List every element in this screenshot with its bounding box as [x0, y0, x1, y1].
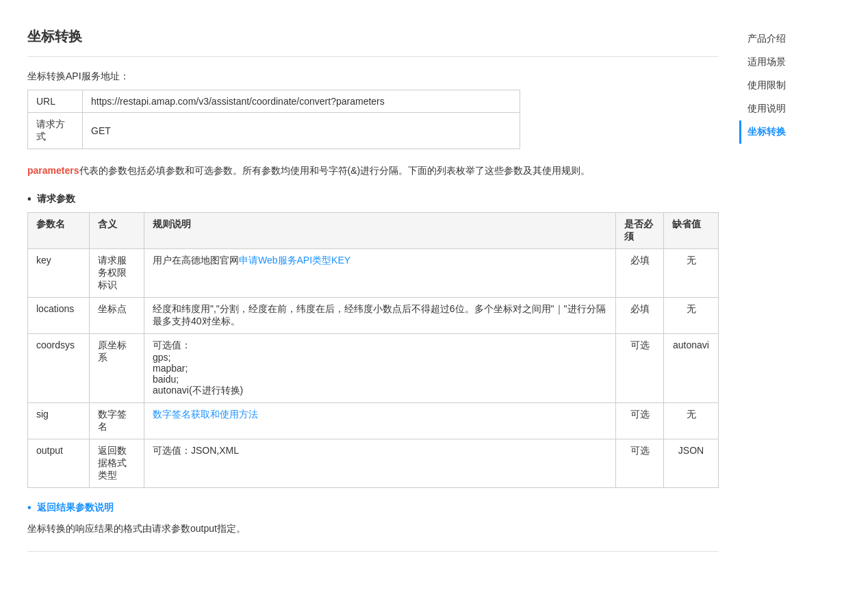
- return-section-text: 坐标转换的响应结果的格式由请求参数output指定。: [27, 521, 719, 537]
- param-default: autonavi: [664, 333, 719, 402]
- param-required: 必填: [616, 297, 664, 333]
- table-row: output返回数据格式类型可选值：JSON,XML可选JSON: [28, 439, 719, 487]
- col-header-meaning: 含义: [90, 212, 144, 248]
- col-header-name: 参数名: [28, 212, 90, 248]
- page-title: 坐标转换: [27, 27, 719, 46]
- param-default: 无: [664, 248, 719, 297]
- table-header-row: 参数名 含义 规则说明 是否必须 缺省值: [28, 212, 719, 248]
- request-params-title: 请求参数: [27, 193, 719, 205]
- param-rule: 用户在高德地图官网申请Web服务API类型KEY: [144, 248, 616, 297]
- param-name: locations: [28, 297, 90, 333]
- api-service-table: URL https://restapi.amap.com/v3/assistan…: [27, 90, 520, 149]
- url-value: https://restapi.amap.com/v3/assistant/co…: [83, 90, 520, 113]
- param-meaning: 请求服务权限标识: [90, 248, 144, 297]
- table-row: key请求服务权限标识用户在高德地图官网申请Web服务API类型KEY必填无: [28, 248, 719, 297]
- param-rule-link[interactable]: 数字签名获取和使用方法: [153, 409, 258, 420]
- sidebar-item-intro[interactable]: 产品介绍: [739, 27, 828, 51]
- method-value: GET: [83, 113, 520, 149]
- method-label: 请求方式: [28, 113, 83, 149]
- param-meaning: 返回数据格式类型: [90, 439, 144, 487]
- table-row: URL https://restapi.amap.com/v3/assistan…: [28, 90, 520, 113]
- param-default: JSON: [664, 439, 719, 487]
- table-row: 请求方式 GET: [28, 113, 520, 149]
- sidebar-item-coord[interactable]: 坐标转换: [739, 120, 828, 144]
- col-header-default: 缺省值: [664, 212, 719, 248]
- param-meaning: 坐标点: [90, 297, 144, 333]
- table-row: coordsys原坐标系可选值： gps; mapbar; baidu; aut…: [28, 333, 719, 402]
- param-rule: 经度和纬度用","分割，经度在前，纬度在后，经纬度小数点后不得超过6位。多个坐标…: [144, 297, 616, 333]
- param-name: key: [28, 248, 90, 297]
- param-meaning: 原坐标系: [90, 333, 144, 402]
- param-rule: 可选值：JSON,XML: [144, 439, 616, 487]
- param-default: 无: [664, 297, 719, 333]
- params-keyword: parameters: [27, 165, 79, 176]
- request-params-section: 请求参数 参数名 含义 规则说明 是否必须 缺省值 key请求服务权限标识用户在…: [27, 193, 719, 488]
- title-divider: [27, 56, 719, 57]
- param-name: output: [28, 439, 90, 487]
- param-required: 可选: [616, 402, 664, 439]
- sidebar-item-usage[interactable]: 使用说明: [739, 97, 828, 120]
- api-service-label: 坐标转换API服务地址：: [27, 70, 719, 83]
- sidebar: 产品介绍 适用场景 使用限制 使用说明 坐标转换: [739, 14, 828, 565]
- param-rule: 可选值： gps; mapbar; baidu; autonavi(不进行转换): [144, 333, 616, 402]
- param-default: 无: [664, 402, 719, 439]
- table-row: sig数字签名数字签名获取和使用方法可选无: [28, 402, 719, 439]
- param-rule: 数字签名获取和使用方法: [144, 402, 616, 439]
- param-required: 必填: [616, 248, 664, 297]
- param-required: 可选: [616, 333, 664, 402]
- param-required: 可选: [616, 439, 664, 487]
- param-table: 参数名 含义 规则说明 是否必须 缺省值 key请求服务权限标识用户在高德地图官…: [27, 212, 719, 488]
- sidebar-item-limit[interactable]: 使用限制: [739, 74, 828, 97]
- param-name: sig: [28, 402, 90, 439]
- sidebar-item-scenario[interactable]: 适用场景: [739, 51, 828, 74]
- param-name: coordsys: [28, 333, 90, 402]
- sidebar-nav: 产品介绍 适用场景 使用限制 使用说明 坐标转换: [739, 27, 828, 144]
- table-row: locations坐标点经度和纬度用","分割，经度在前，纬度在后，经纬度小数点…: [28, 297, 719, 333]
- url-label: URL: [28, 90, 83, 113]
- bottom-divider: [27, 551, 719, 552]
- params-intro-text: 代表的参数包括必填参数和可选参数。所有参数均使用和号字符(&)进行分隔。下面的列…: [79, 165, 591, 176]
- params-intro: parameters代表的参数包括必填参数和可选参数。所有参数均使用和号字符(&…: [27, 163, 719, 179]
- col-header-required: 是否必须: [616, 212, 664, 248]
- param-meaning: 数字签名: [90, 402, 144, 439]
- col-header-rule: 规则说明: [144, 212, 616, 248]
- return-section-title: 返回结果参数说明: [27, 502, 719, 514]
- return-section: 返回结果参数说明 坐标转换的响应结果的格式由请求参数output指定。: [27, 502, 719, 537]
- param-rule-link[interactable]: 申请Web服务API类型KEY: [239, 255, 350, 266]
